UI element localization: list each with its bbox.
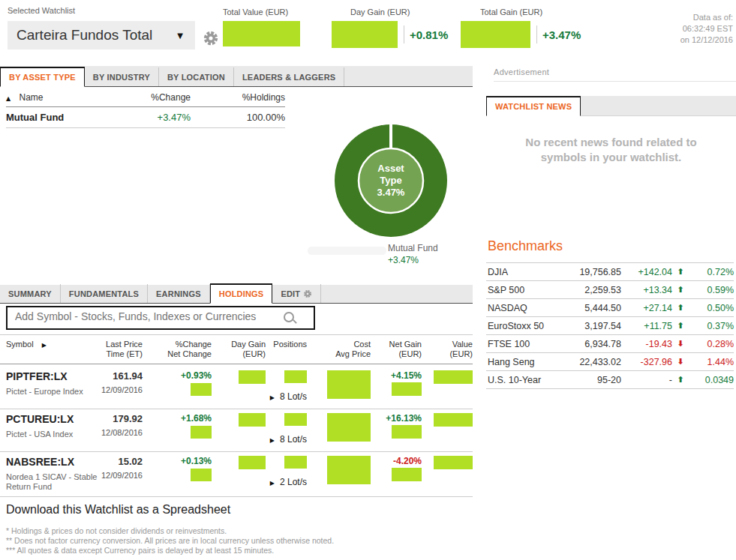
benchmark-row: S&P 500 2,259.53 +13.34 ⬆ 0.59% — [486, 280, 734, 298]
net-gain-percent: +16.13% — [371, 413, 422, 424]
tab-by-asset-type[interactable]: BY ASSET TYPE — [0, 67, 85, 87]
benchmark-name[interactable]: Hang Seng — [486, 357, 575, 367]
tab-summary[interactable]: SUMMARY — [0, 284, 61, 303]
benchmark-name[interactable]: S&P 500 — [486, 285, 575, 295]
lots-expander[interactable]: ▶8 Lot/s — [266, 434, 307, 445]
redacted-net-change — [191, 426, 212, 439]
no-news-message: No recent news found related to symbols … — [486, 135, 736, 165]
watchlist-dropdown[interactable]: Carteira Fundos Total ▼ — [8, 21, 195, 49]
up-arrow-icon: ⬆ — [672, 285, 689, 295]
column-header-value[interactable]: Value(EUR) — [422, 340, 473, 359]
legend-name: Mutual Fund — [388, 243, 438, 253]
holding-symbol[interactable]: PCTUREU:LX — [6, 413, 98, 425]
benchmark-change: -327.96 — [621, 357, 672, 367]
redacted-value — [434, 370, 473, 384]
column-header-change[interactable]: %Change — [116, 92, 191, 103]
holdings-table-header: Symbol ▶ Last PriceTime (ET) %ChangeNet … — [0, 334, 473, 364]
benchmark-row: DJIA 19,756.85 +142.04 ⬆ 0.72% — [486, 262, 734, 280]
legend-change: +3.47% — [388, 255, 419, 265]
legend-swatch — [308, 247, 386, 255]
column-header-net-gain[interactable]: Net Gain(EUR) — [371, 340, 422, 359]
left-panel: BY ASSET TYPE BY INDUSTRY BY LOCATION LE… — [0, 66, 473, 560]
column-header-day-gain[interactable]: Day Gain(EUR) — [212, 340, 266, 359]
price-date: 12/08/2016 — [98, 428, 143, 437]
redacted-value — [434, 456, 473, 469]
tab-fundamentals[interactable]: FUNDAMENTALS — [61, 284, 148, 303]
benchmark-percent: 0.50% — [689, 303, 734, 313]
tab-leaders-laggers[interactable]: LEADERS & LAGGERS — [234, 67, 344, 86]
percent-change: +0.93% — [143, 370, 212, 381]
tabstrip-filler — [581, 96, 736, 115]
redacted-cost-avg-price — [327, 413, 371, 442]
add-symbol-input[interactable] — [8, 307, 293, 325]
watchlist-settings-button[interactable] — [202, 30, 220, 48]
divider — [536, 25, 537, 43]
total-gain-label: Total Gain (EUR) — [480, 7, 581, 16]
sort-right-icon: ▶ — [42, 342, 47, 349]
benchmark-row: Hang Seng 22,433.02 -327.96 ⬇ 1.44% — [486, 352, 734, 370]
tab-edit[interactable]: EDIT — [272, 284, 321, 303]
expand-lots-icon: ▶ — [270, 480, 275, 487]
holding-symbol[interactable]: NABSREE:LX — [6, 456, 98, 468]
column-header-positions[interactable]: Positions — [266, 340, 307, 359]
redacted-day-gain — [239, 370, 266, 384]
download-spreadsheet-link[interactable]: Download this Watchlist as a Spreadsheet — [6, 503, 230, 517]
search-icon[interactable] — [284, 312, 294, 322]
benchmark-name[interactable]: U.S. 10-Year — [486, 375, 575, 385]
holding-symbol[interactable]: PIPTFER:LX — [6, 370, 98, 382]
redacted-cost-avg-price — [327, 456, 371, 484]
asset-type-name: Mutual Fund — [6, 112, 116, 123]
tab-earnings[interactable]: EARNINGS — [148, 284, 210, 303]
benchmark-change: - — [621, 375, 672, 385]
watchlist-view-tabs: SUMMARY FUNDAMENTALS EARNINGS HOLDINGS E… — [0, 285, 473, 304]
column-header-name[interactable]: ▲ Name — [6, 92, 116, 103]
holding-description: Nordea 1 SICAV - Stable Return Fund — [6, 472, 98, 492]
redacted-net-gain — [392, 425, 422, 439]
price-date: 12/09/2016 — [98, 471, 143, 480]
add-symbol-search — [6, 306, 315, 330]
up-arrow-icon: ⬆ — [672, 321, 689, 331]
column-header-holdings[interactable]: %Holdings — [191, 92, 285, 103]
redacted-net-gain — [392, 382, 422, 396]
selected-watchlist-label: Selected Watchlist — [8, 6, 75, 15]
redacted-net-change — [191, 469, 212, 481]
lots-expander[interactable]: ▶8 Lot/s — [266, 391, 307, 402]
benchmark-name[interactable]: FTSE 100 — [486, 339, 575, 349]
benchmark-percent: 0.59% — [689, 285, 734, 295]
tabstrip-filler — [321, 285, 473, 303]
benchmark-change: +142.04 — [621, 267, 672, 277]
redacted-positions — [284, 456, 307, 469]
benchmark-value: 5,444.50 — [575, 303, 621, 313]
benchmark-row: NASDAQ 5,444.50 +27.14 ⬆ 0.50% — [486, 298, 734, 316]
allocation-table: ▲ Name %Change %Holdings Mutual Fund +3.… — [6, 89, 285, 128]
up-arrow-icon: ⬆ — [672, 267, 689, 277]
benchmark-name[interactable]: NASDAQ — [486, 303, 575, 313]
benchmark-name[interactable]: EuroStoxx 50 — [486, 321, 575, 331]
benchmark-name[interactable]: DJIA — [486, 267, 575, 277]
benchmark-percent: 0.28% — [689, 339, 734, 349]
redacted-net-gain — [392, 468, 422, 481]
expand-lots-icon: ▶ — [270, 437, 275, 444]
tab-holdings[interactable]: HOLDINGS — [210, 283, 273, 304]
column-header-cost[interactable]: CostAvg Price — [307, 340, 371, 359]
price-date: 12/09/2016 — [98, 385, 143, 394]
tab-watchlist-news[interactable]: WATCHLIST NEWS — [486, 96, 581, 116]
lots-expander[interactable]: ▶2 Lot/s — [266, 477, 307, 487]
benchmark-row: U.S. 10-Year 95-20 - ⬆ 0.0349 — [486, 370, 734, 389]
percent-change: +1.68% — [143, 413, 212, 424]
net-gain-percent: +4.15% — [371, 370, 422, 381]
redacted-total-value — [223, 21, 300, 46]
redacted-positions — [284, 413, 307, 426]
right-panel: Advertisement WATCHLIST NEWS No recent n… — [486, 66, 736, 560]
tab-by-location[interactable]: BY LOCATION — [159, 67, 234, 86]
day-gain-stat: Day Gain (EUR) +0.81% — [332, 7, 448, 48]
column-header-last-price[interactable]: Last PriceTime (ET) — [98, 340, 143, 359]
column-header-symbol[interactable]: Symbol ▶ — [0, 340, 98, 359]
redacted-cost-avg-price — [327, 370, 371, 399]
footnotes: * Holdings & prices do not consider divi… — [6, 526, 334, 556]
tab-by-industry[interactable]: BY INDUSTRY — [85, 67, 159, 86]
benchmark-percent: 1.44% — [689, 357, 734, 367]
divider — [404, 25, 404, 43]
benchmark-percent: 0.72% — [689, 267, 734, 277]
column-header-change[interactable]: %ChangeNet Change — [143, 340, 212, 359]
